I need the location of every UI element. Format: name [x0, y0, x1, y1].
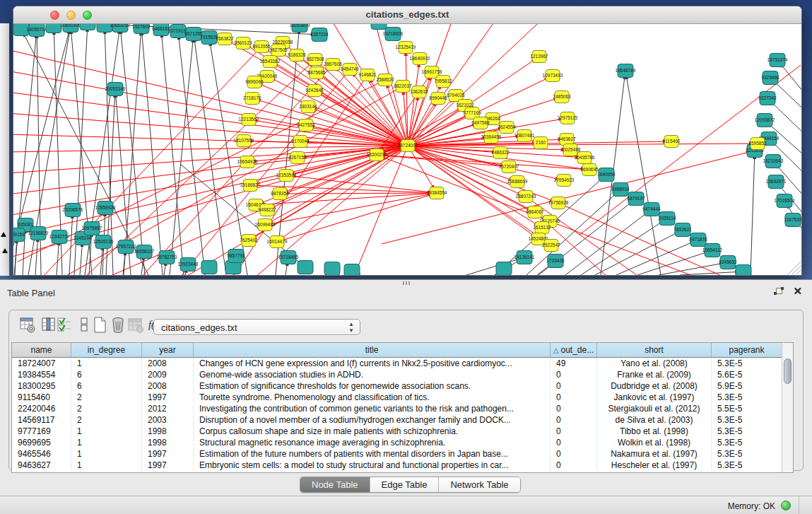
graph-node[interactable] — [201, 261, 217, 274]
table-cell[interactable]: Tibbo et al. (1998) — [597, 426, 712, 437]
graph-node[interactable] — [46, 20, 61, 33]
graph-node[interactable] — [496, 262, 512, 276]
table-cell[interactable]: 9465546 — [12, 448, 71, 460]
table-mode-icon[interactable] — [19, 316, 36, 334]
table-cell[interactable]: 1998 — [142, 437, 194, 448]
table-cell[interactable]: 2009 — [142, 369, 194, 380]
table-cell[interactable]: 9699695 — [12, 437, 71, 448]
table-cell[interactable]: 1 — [71, 437, 142, 448]
table-cell[interactable]: 9777169 — [12, 426, 71, 437]
table-cell[interactable]: 5.3E-5 — [712, 437, 782, 448]
table-row[interactable]: 1456911722003Disruption of a novel membe… — [12, 414, 782, 426]
table-row[interactable]: 946554611997Estimation of the future num… — [12, 448, 782, 460]
table-row[interactable]: 1830029562008Estimation of significance … — [12, 380, 782, 392]
scrollbar-thumb[interactable] — [784, 358, 792, 384]
table-cell[interactable]: 5.3E-5 — [712, 414, 782, 426]
close-icon[interactable]: ✕ — [793, 286, 802, 297]
table-cell[interactable]: 1997 — [142, 392, 194, 403]
table-cell[interactable]: 22420046 — [12, 403, 71, 414]
table-row[interactable]: 911546021997Tourette syndrome. Phenomeno… — [12, 392, 782, 403]
delete-table-icon[interactable] — [126, 316, 143, 334]
vertical-scrollbar[interactable] — [782, 343, 793, 472]
table-cell[interactable]: Tourette syndrome. Phenomenology and cla… — [194, 392, 551, 403]
graph-node[interactable] — [371, 16, 387, 30]
column-header-pagerank[interactable]: pagerank — [712, 343, 782, 358]
table-cell[interactable]: 5.3E-5 — [712, 448, 782, 460]
table-cell[interactable]: 0 — [551, 369, 597, 380]
table-cell[interactable]: 5.3E-5 — [712, 358, 782, 369]
table-cell[interactable]: 5.5E-5 — [712, 403, 782, 414]
table-cell[interactable]: 0 — [551, 426, 597, 437]
table-cell[interactable]: 5.3E-5 — [712, 392, 782, 403]
network-canvas[interactable]: 1405571420691406106532871527602646616110… — [0, 0, 812, 279]
table-cell[interactable]: Estimation of the future numbers of pati… — [194, 448, 551, 460]
column-header-title[interactable]: title — [194, 343, 551, 358]
table-cell[interactable]: 9115460 — [12, 392, 71, 403]
table-row[interactable]: 1938455462009Genome-wide association stu… — [12, 369, 782, 380]
show-columns-icon[interactable] — [40, 316, 57, 334]
memory-ok-indicator[interactable] — [781, 501, 791, 510]
tab-edge-table[interactable]: Edge Table — [370, 477, 440, 493]
table-row[interactable]: 1872400712008Changes of HCN gene express… — [12, 358, 782, 369]
table-cell[interactable]: Stergiakouli et al. (2012) — [597, 403, 712, 414]
table-cell[interactable]: 14569117 — [12, 414, 71, 426]
table-cell[interactable]: de Silva et al. (2003) — [597, 414, 712, 426]
table-cell[interactable]: 9463627 — [12, 460, 71, 471]
table-cell[interactable]: 2 — [71, 403, 142, 414]
table-cell[interactable]: 5.9E-5 — [712, 380, 782, 392]
table-cell[interactable]: 2008 — [142, 358, 194, 369]
column-header-year[interactable]: year — [142, 343, 194, 358]
table-cell[interactable]: 18724007 — [12, 358, 71, 369]
select-columns-icon[interactable] — [56, 316, 73, 334]
table-cell[interactable]: 0 — [551, 380, 597, 392]
table-cell[interactable]: 2 — [71, 414, 142, 426]
table-selector-dropdown[interactable]: citations_edges.txt ▲▼ — [153, 319, 360, 335]
tab-network-table[interactable]: Network Table — [439, 477, 519, 493]
table-cell[interactable]: 0 — [551, 448, 597, 460]
table-cell[interactable]: Corpus callosum shape and size in male p… — [194, 426, 551, 437]
table-cell[interactable]: Yano et al. (2008) — [597, 358, 712, 369]
column-header-in-degree[interactable]: in_degree — [71, 343, 142, 358]
table-cell[interactable]: 5.3E-5 — [712, 426, 782, 437]
table-cell[interactable]: Investigating the contribution of common… — [194, 403, 551, 414]
table-row[interactable]: 2242004622012Investigating the contribut… — [12, 403, 782, 414]
table-cell[interactable]: Franke et al. (2009) — [597, 369, 712, 380]
graph-node[interactable] — [80, 17, 95, 30]
table-cell[interactable]: 1997 — [142, 448, 194, 460]
table-row[interactable]: 946362711997Embryonic stem cells: a mode… — [12, 460, 782, 471]
graph-node[interactable] — [736, 265, 751, 279]
column-header-name[interactable]: name — [12, 343, 71, 358]
column-header-short[interactable]: short — [597, 343, 712, 358]
table-cell[interactable]: 6 — [71, 380, 142, 392]
new-column-icon[interactable] — [91, 316, 108, 334]
table-cell[interactable]: 2012 — [142, 403, 194, 414]
table-cell[interactable]: 2 — [71, 392, 142, 403]
table-cell[interactable]: 5.6E-5 — [712, 369, 782, 380]
table-cell[interactable]: 49 — [551, 358, 597, 369]
table-cell[interactable]: Disruption of a novel member of a sodium… — [194, 414, 551, 426]
table-cell[interactable]: Estimation of significance thresholds fo… — [194, 380, 551, 392]
table-cell[interactable]: 0 — [551, 403, 597, 414]
column-header-out-de-[interactable]: △out_de... — [551, 343, 597, 358]
graph-node[interactable] — [298, 261, 313, 274]
table-cell[interactable]: 5.3E-5 — [712, 460, 782, 471]
table-row[interactable]: 977716911998Corpus callosum shape and si… — [12, 426, 782, 437]
table-cell[interactable]: Structural magnetic resonance image aver… — [194, 437, 551, 448]
split-view-icon[interactable] — [76, 316, 93, 334]
tab-node-table[interactable]: Node Table — [300, 477, 370, 493]
table-cell[interactable]: Jankovic et al. (1997) — [597, 392, 712, 403]
table-cell[interactable]: 2008 — [142, 380, 194, 392]
table-cell[interactable]: Changes of HCN gene expression and I(f) … — [194, 358, 551, 369]
panel-resize-grip[interactable] — [403, 281, 410, 285]
table-cell[interactable]: Embryonic stem cells: a model to study s… — [194, 460, 551, 471]
table-cell[interactable]: 0 — [551, 460, 597, 471]
table-cell[interactable]: Nakamura et al. (1997) — [597, 448, 712, 460]
table-cell[interactable]: 1997 — [142, 460, 194, 471]
table-cell[interactable]: 1998 — [142, 426, 194, 437]
table-cell[interactable]: Genome-wide association studies in ADHD. — [194, 369, 551, 380]
table-cell[interactable]: 19384554 — [12, 369, 71, 380]
graph-node[interactable] — [324, 262, 340, 276]
table-cell[interactable]: 1 — [71, 358, 142, 369]
float-window-icon[interactable] — [774, 288, 784, 297]
table-cell[interactable]: Wolkin et al. (1998) — [597, 437, 712, 448]
